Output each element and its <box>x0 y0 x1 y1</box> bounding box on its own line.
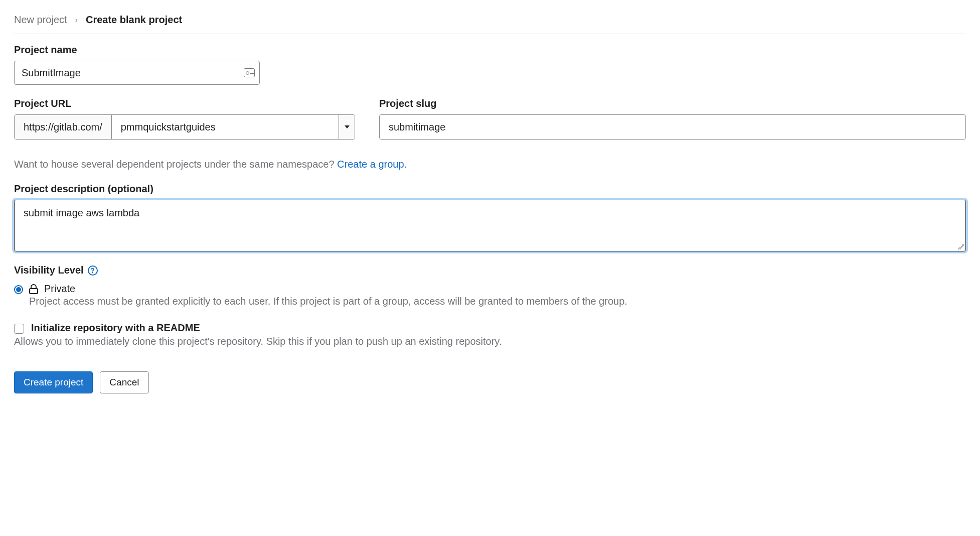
project-slug-label: Project slug <box>379 98 966 109</box>
visibility-private-title: Private <box>44 283 966 295</box>
breadcrumb: New project › Create blank project <box>14 14 966 34</box>
namespace-dropdown-button[interactable] <box>339 115 355 139</box>
namespace-select[interactable]: pmmquickstartguides <box>112 115 339 139</box>
project-slug-group: Project slug <box>379 98 966 140</box>
description-group: Project description (optional) submit im… <box>14 183 966 251</box>
contact-card-icon <box>244 68 255 77</box>
group-hint-text: Want to house several dependent projects… <box>14 159 337 170</box>
project-name-input[interactable] <box>14 61 260 85</box>
project-name-label: Project name <box>14 44 966 56</box>
readme-option[interactable]: Initialize repository with a README Allo… <box>14 322 966 347</box>
cancel-button[interactable]: Cancel <box>100 371 148 393</box>
visibility-label: Visibility Level <box>14 264 84 276</box>
create-project-button[interactable]: Create project <box>14 371 93 393</box>
checkbox-icon <box>14 324 24 334</box>
readme-title: Initialize repository with a README <box>31 322 966 334</box>
description-textarea[interactable]: submit image aws lambda <box>15 200 965 248</box>
create-group-link[interactable]: Create a group. <box>337 159 407 170</box>
group-hint: Want to house several dependent projects… <box>14 159 966 170</box>
project-url-label: Project URL <box>14 98 355 109</box>
help-icon[interactable]: ? <box>88 265 98 276</box>
breadcrumb-parent-link[interactable]: New project <box>14 14 67 26</box>
description-label: Project description (optional) <box>14 183 966 195</box>
visibility-private-option[interactable]: Private Project access must be granted e… <box>14 283 966 307</box>
project-slug-input[interactable] <box>379 114 966 140</box>
radio-icon <box>14 285 23 294</box>
chevron-down-icon <box>345 125 350 128</box>
project-url-group: Project URL https://gitlab.com/ pmmquick… <box>14 98 355 140</box>
project-name-group: Project name <box>14 44 966 85</box>
url-prefix: https://gitlab.com/ <box>15 115 112 139</box>
breadcrumb-current: Create blank project <box>86 14 182 26</box>
lock-icon <box>29 284 38 294</box>
visibility-private-desc: Project access must be granted explicitl… <box>29 296 966 307</box>
chevron-right-icon: › <box>75 16 78 25</box>
visibility-group: Visibility Level ? Private Project acces… <box>14 264 966 307</box>
readme-desc: Allows you to immediately clone this pro… <box>14 336 966 347</box>
